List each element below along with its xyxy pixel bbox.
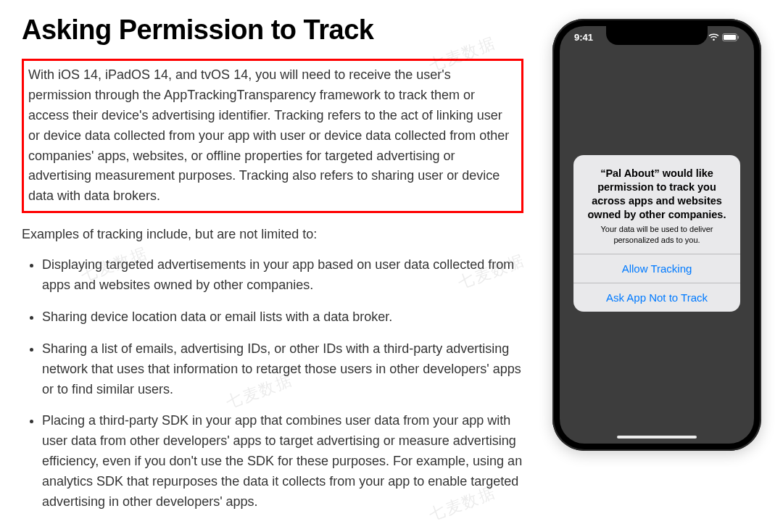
dialog-title: “Pal About” would like permission to tra… (584, 167, 730, 221)
allow-tracking-button[interactable]: Allow Tracking (573, 254, 740, 283)
phone-screen: 9:41 “Pal Abo (560, 26, 754, 444)
home-indicator (617, 436, 697, 439)
dialog-body: “Pal About” would like permission to tra… (573, 155, 740, 254)
dialog-subtitle: Your data will be used to deliver person… (584, 224, 730, 245)
page-title: Asking Permission to Track (22, 14, 523, 46)
iphone-frame: 9:41 “Pal Abo (552, 19, 761, 451)
article-content: Asking Permission to Track With iOS 14, … (22, 14, 523, 524)
examples-list: Displaying targeted advertisements in yo… (22, 255, 523, 512)
svg-point-4 (713, 39, 715, 41)
intro-paragraph: With iOS 14, iPadOS 14, and tvOS 14, you… (28, 65, 517, 207)
tracking-permission-dialog: “Pal About” would like permission to tra… (573, 155, 740, 312)
highlighted-intro-box: With iOS 14, iPadOS 14, and tvOS 14, you… (22, 59, 523, 213)
svg-rect-7 (738, 36, 740, 39)
list-item: Displaying targeted advertisements in yo… (42, 255, 523, 296)
ask-not-to-track-button[interactable]: Ask App Not to Track (573, 283, 740, 312)
examples-lead: Examples of tracking include, but are no… (22, 225, 523, 245)
battery-icon (722, 33, 740, 41)
phone-mockup-column: 9:41 “Pal Abo (552, 14, 761, 524)
list-item: Sharing device location data or email li… (42, 307, 523, 328)
status-time: 9:41 (574, 32, 593, 43)
phone-notch (606, 26, 708, 45)
list-item: Sharing a list of emails, advertising ID… (42, 339, 523, 400)
wifi-icon (708, 33, 719, 41)
svg-rect-6 (724, 35, 736, 40)
list-item: Placing a third-party SDK in your app th… (42, 411, 523, 512)
